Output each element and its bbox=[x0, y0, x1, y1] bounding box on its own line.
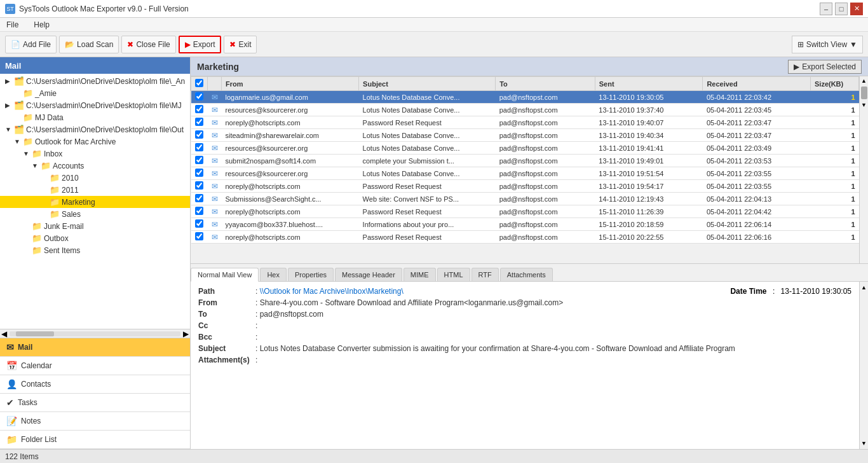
row-checkbox-8[interactable] bbox=[191, 193, 208, 205]
row-checkbox-4[interactable] bbox=[191, 142, 208, 155]
row-checkbox-1[interactable] bbox=[191, 104, 208, 116]
restore-button[interactable]: □ bbox=[835, 3, 848, 15]
tree-label-sales: Sales bbox=[62, 210, 81, 219]
col-received: Received bbox=[703, 77, 811, 91]
row-subject-4: Lotus Notes Database Conve... bbox=[359, 142, 496, 155]
tree-item-t6[interactable]: ▼ 📁 Outlook for Mac Archive bbox=[0, 135, 190, 148]
left-arrow-icon[interactable]: ◀ bbox=[0, 329, 8, 338]
email-row-9[interactable]: ✉ noreply@hotscripts.com Password Reset … bbox=[191, 205, 859, 218]
tree-item-t5[interactable]: ▼ 🗂️ C:\Users\admin\OneDrive\Desktop\olm… bbox=[0, 123, 190, 135]
row-subject-7: Password Reset Request bbox=[359, 180, 496, 193]
email-row-2[interactable]: ✉ noreply@hotscripts.com Password Reset … bbox=[191, 116, 859, 129]
col-icon bbox=[208, 77, 222, 91]
row-checkbox-11[interactable] bbox=[191, 231, 208, 244]
tree-item-sales[interactable]: 📁 Sales bbox=[0, 208, 190, 220]
tree-item-t1[interactable]: ▶ 🗂️ C:\Users\admin\OneDrive\Desktop\olm… bbox=[0, 75, 190, 87]
tab-html[interactable]: HTML bbox=[437, 268, 470, 281]
preview-datetime: Date Time : 13-11-2010 19:30:05 bbox=[730, 287, 851, 296]
row-subject-1: Lotus Notes Database Conve... bbox=[359, 104, 496, 116]
row-checkbox-7[interactable] bbox=[191, 180, 208, 193]
exit-button[interactable]: ✖ Exit bbox=[224, 36, 257, 53]
minimize-button[interactable]: – bbox=[820, 3, 832, 15]
load-scan-button[interactable]: 📂 Load Scan bbox=[59, 36, 119, 53]
tree-item-t10[interactable]: 📁 2011 bbox=[0, 184, 190, 196]
tree-item-sent[interactable]: 📁 Sent Items bbox=[0, 244, 190, 256]
tree-item-t9[interactable]: 📁 2010 bbox=[0, 172, 190, 184]
email-row-4[interactable]: ✉ resources@ksourcerer.org Lotus Notes D… bbox=[191, 142, 859, 155]
select-all-checkbox[interactable] bbox=[195, 79, 203, 87]
tree-item-t4[interactable]: 📁 MJ Data bbox=[0, 111, 190, 123]
preview-scroll-down[interactable]: ▼ bbox=[860, 439, 868, 448]
tree-item-t2[interactable]: 📁 _Amie bbox=[0, 87, 190, 99]
tree-item-outbox[interactable]: 📁 Outbox bbox=[0, 232, 190, 244]
nav-contacts[interactable]: 👤 Contacts bbox=[0, 375, 190, 394]
tab-hex[interactable]: Hex bbox=[260, 268, 287, 281]
table-scroll-up[interactable]: ▲ bbox=[860, 76, 868, 85]
table-scroll-thumb[interactable] bbox=[861, 86, 867, 99]
title-bar: ST SysTools Outlook Mac Exporter v9.0 - … bbox=[0, 0, 868, 18]
nav-mail-label: Mail bbox=[18, 343, 32, 352]
tree-arrow-outbox bbox=[23, 235, 32, 242]
row-checkbox-6[interactable] bbox=[191, 167, 208, 180]
row-checkbox-5[interactable] bbox=[191, 155, 208, 167]
row-checkbox-2[interactable] bbox=[191, 116, 208, 129]
tree-label-t2: _Amie bbox=[35, 89, 57, 98]
email-row-3[interactable]: ✉ siteadmin@sharewarelair.com Lotus Note… bbox=[191, 129, 859, 142]
tab-mime[interactable]: MIME bbox=[403, 268, 436, 281]
table-scroll-down[interactable]: ▼ bbox=[860, 100, 868, 109]
menu-help[interactable]: Help bbox=[30, 19, 53, 31]
switch-view-button[interactable]: ⊞ Switch View ▼ bbox=[792, 36, 863, 53]
tree-arrow-t5: ▼ bbox=[5, 126, 14, 133]
row-checkbox-0[interactable] bbox=[191, 91, 208, 104]
preview-scroll-up[interactable]: ▲ bbox=[860, 283, 868, 292]
tab-properties[interactable]: Properties bbox=[288, 268, 334, 281]
row-from-8: Submissions@SearchSight.c... bbox=[222, 193, 359, 205]
email-row-0[interactable]: ✉ loganmarie.us@gmail.com Lotus Notes Da… bbox=[191, 91, 859, 104]
right-arrow-icon[interactable]: ▶ bbox=[182, 329, 190, 338]
tree-item-junk[interactable]: 📁 Junk E-mail bbox=[0, 220, 190, 232]
table-vscrollbar[interactable]: ▲ ▼ bbox=[859, 76, 868, 263]
tree-item-t7[interactable]: ▼ 📁 Inbox bbox=[0, 148, 190, 160]
row-to-6: pad@nsftopst.com bbox=[496, 167, 595, 180]
nav-calendar[interactable]: 📅 Calendar bbox=[0, 357, 190, 375]
export-selected-button[interactable]: ▶ Export Selected bbox=[788, 60, 862, 74]
nav-tasks[interactable]: ✔ Tasks bbox=[0, 394, 190, 412]
add-file-button[interactable]: 📄 Add File bbox=[5, 36, 57, 53]
tab-normal-mail-view[interactable]: Normal Mail View bbox=[191, 268, 259, 282]
menu-file[interactable]: File bbox=[3, 19, 22, 31]
folder-icon-t2: 📁 bbox=[23, 88, 33, 98]
nav-notes[interactable]: 📝 Notes bbox=[0, 412, 190, 431]
preview-from-label: From bbox=[198, 298, 255, 307]
tree-item-marketing[interactable]: 📁 Marketing bbox=[0, 196, 190, 208]
close-button[interactable]: ✕ bbox=[850, 3, 863, 15]
export-button[interactable]: ▶ Export bbox=[179, 36, 222, 53]
row-from-6: resources@ksourcerer.org bbox=[222, 167, 359, 180]
folder-icon-outbox: 📁 bbox=[32, 233, 42, 243]
tab-rtf[interactable]: RTF bbox=[471, 268, 499, 281]
tab-message-header[interactable]: Message Header bbox=[335, 268, 402, 281]
tree-item-t8[interactable]: ▼ 📁 Accounts bbox=[0, 160, 190, 172]
row-to-8: pad@nsftopst.com bbox=[496, 193, 595, 205]
row-checkbox-3[interactable] bbox=[191, 129, 208, 142]
email-row-8[interactable]: ✉ Submissions@SearchSight.c... Web site:… bbox=[191, 193, 859, 205]
row-sent-0: 13-11-2010 19:30:05 bbox=[595, 91, 703, 104]
close-file-button[interactable]: ✖ Close File bbox=[121, 36, 175, 53]
nav-folder-list[interactable]: 📁 Folder List bbox=[0, 431, 190, 449]
row-received-11: 05-04-2011 22:06:16 bbox=[703, 231, 811, 244]
tab-attachments[interactable]: Attachments bbox=[500, 268, 553, 281]
tree-item-t3[interactable]: ▶ 🗂️ C:\Users\admin\OneDrive\Desktop\olm… bbox=[0, 99, 190, 111]
email-row-11[interactable]: ✉ noreply@hotscripts.com Password Reset … bbox=[191, 231, 859, 244]
folder-icon-t4: 📁 bbox=[23, 113, 33, 122]
tree-label-outbox: Outbox bbox=[44, 234, 69, 243]
sidebar-hscroll[interactable]: ◀ ▶ bbox=[0, 329, 190, 338]
row-received-5: 05-04-2011 22:03:53 bbox=[703, 155, 811, 167]
email-row-1[interactable]: ✉ resources@ksourcerer.org Lotus Notes D… bbox=[191, 104, 859, 116]
row-checkbox-9[interactable] bbox=[191, 205, 208, 218]
row-checkbox-10[interactable] bbox=[191, 218, 208, 231]
email-row-10[interactable]: ✉ yyayacom@box337.bluehost.... Informati… bbox=[191, 218, 859, 231]
email-row-5[interactable]: ✉ submit2nospam@soft14.com complete your… bbox=[191, 155, 859, 167]
email-row-6[interactable]: ✉ resources@ksourcerer.org Lotus Notes D… bbox=[191, 167, 859, 180]
nav-mail[interactable]: ✉ Mail bbox=[0, 338, 190, 357]
preview-vscrollbar[interactable]: ▲ ▼ bbox=[859, 282, 868, 449]
email-row-7[interactable]: ✉ noreply@hotscripts.com Password Reset … bbox=[191, 180, 859, 193]
